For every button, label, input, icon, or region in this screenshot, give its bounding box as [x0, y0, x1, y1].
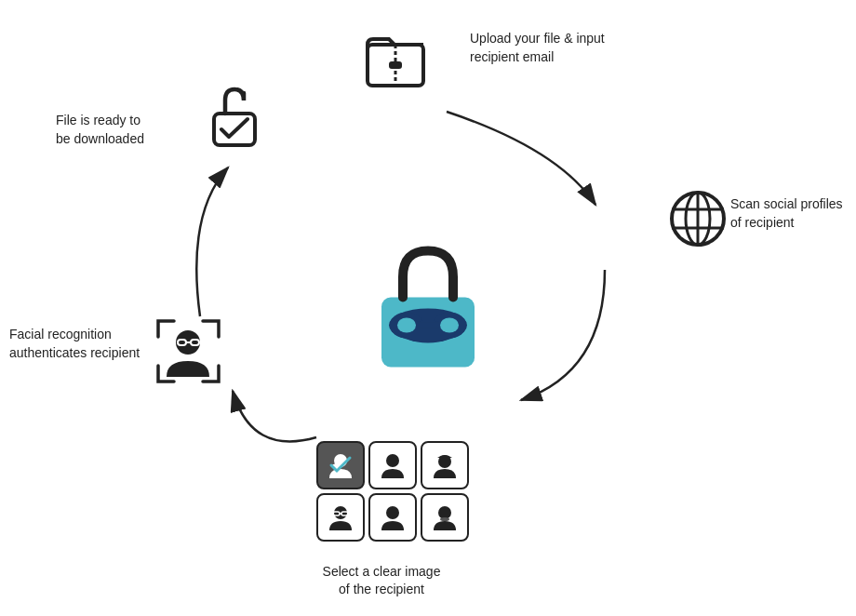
face-cell-3 — [421, 441, 469, 489]
svg-point-18 — [386, 454, 399, 467]
scan-social-label: Scan social profilesof recipient — [730, 195, 847, 232]
select-image-icon — [316, 441, 469, 542]
face-cell-selected — [316, 441, 365, 489]
scan-social-text: Scan social profilesof recipient — [730, 196, 843, 230]
svg-rect-8 — [416, 323, 440, 328]
svg-point-24 — [386, 506, 399, 519]
facial-recognition-label: Facial recognitionauthenticates recipien… — [9, 326, 154, 362]
upload-icon — [363, 26, 428, 91]
svg-point-20 — [334, 506, 347, 519]
select-image-label: Select a clear imageof the recipient — [288, 563, 475, 599]
svg-point-6 — [397, 318, 416, 333]
face-cell-5 — [368, 493, 417, 542]
scan-social-icon — [665, 186, 730, 251]
file-ready-text: File is ready tobe downloaded — [56, 113, 144, 146]
facial-recognition-icon — [154, 316, 223, 386]
face-cell-2 — [368, 441, 417, 489]
svg-point-7 — [440, 318, 459, 333]
file-ready-label: File is ready tobe downloaded — [56, 112, 191, 148]
face-cell-6 — [421, 493, 469, 542]
lock-svg — [368, 242, 488, 372]
file-ready-icon — [203, 84, 266, 147]
face-cell-4 — [316, 493, 365, 542]
upload-label: Upload your file & input recipient email — [470, 30, 619, 66]
upload-text: Upload your file & input recipient email — [470, 31, 605, 64]
diagram-container: Upload your file & input recipient email… — [0, 0, 856, 616]
svg-rect-11 — [389, 61, 402, 69]
center-lock-icon — [368, 242, 488, 363]
svg-point-25 — [438, 506, 451, 519]
svg-point-26 — [440, 517, 449, 521]
select-image-text: Select a clear imageof the recipient — [323, 564, 441, 597]
facial-recognition-text: Facial recognitionauthenticates recipien… — [9, 327, 140, 360]
